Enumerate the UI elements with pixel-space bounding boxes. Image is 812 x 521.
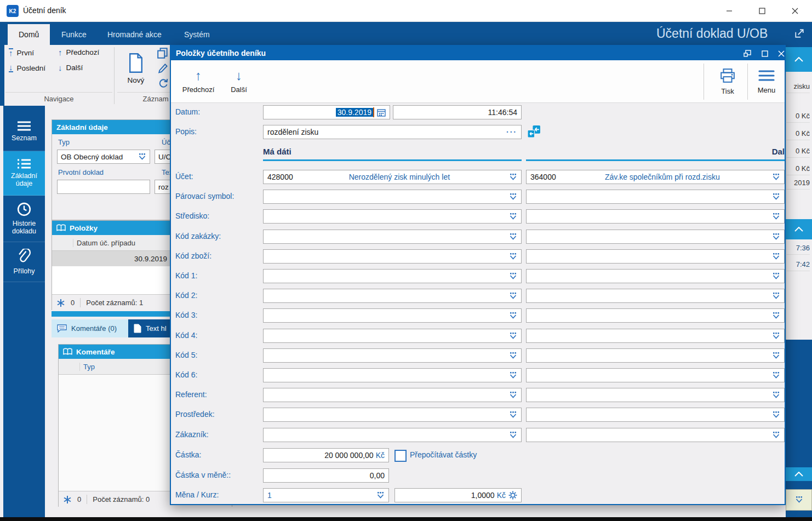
time-field[interactable]: 11:46:54	[393, 105, 522, 119]
date-field[interactable]: 30.9.2019	[263, 105, 390, 119]
sidebar-item-prilohy[interactable]: Přílohy	[3, 242, 45, 282]
castka-field[interactable]: 20 000 000,00 Kč	[263, 448, 389, 462]
mena-field[interactable]: 1	[263, 488, 389, 502]
lookup-icon[interactable]	[772, 193, 780, 201]
new-button[interactable]: Nový	[119, 47, 152, 90]
credit-field[interactable]	[526, 348, 785, 363]
dialog-restore-button[interactable]	[740, 48, 755, 59]
collapse-button[interactable]	[786, 467, 812, 481]
sidebar-item-seznam[interactable]: Seznam	[3, 112, 45, 151]
lookup-icon[interactable]	[772, 312, 780, 319]
gear-icon[interactable]	[508, 491, 517, 500]
lookup-icon[interactable]	[509, 293, 517, 300]
sidebar-item-historie-dokladu[interactable]: Historie dokladu	[3, 196, 45, 242]
debit-field[interactable]	[263, 190, 522, 204]
credit-field[interactable]	[526, 308, 785, 323]
lookup-icon[interactable]	[509, 253, 517, 260]
lookup-icon[interactable]	[138, 153, 146, 161]
debit-field[interactable]: 428000 Nerozdělený zisk minulých let	[263, 170, 522, 184]
close-button[interactable]	[782, 0, 808, 22]
open-external-icon[interactable]	[794, 28, 804, 41]
credit-field[interactable]	[526, 249, 785, 264]
credit-field[interactable]	[526, 269, 785, 283]
lookup-icon[interactable]	[509, 372, 517, 379]
prepocitavat-checkbox[interactable]	[394, 450, 407, 462]
maximize-button[interactable]	[750, 0, 775, 22]
minimize-button[interactable]	[717, 0, 742, 22]
debit-field[interactable]	[263, 329, 522, 343]
lookup-icon[interactable]	[772, 372, 780, 379]
debit-field[interactable]	[263, 209, 522, 224]
copy-button[interactable]	[157, 47, 169, 61]
menu-button[interactable]: Menu	[751, 65, 782, 99]
debit-field[interactable]	[263, 249, 522, 264]
lookup-icon[interactable]	[772, 293, 780, 300]
dialog-maximize-button[interactable]	[757, 48, 773, 59]
lookup-icon[interactable]	[509, 411, 517, 419]
last-button[interactable]: ↓ Poslední	[9, 64, 45, 72]
lookup-icon[interactable]	[509, 174, 517, 181]
lookup-icon[interactable]	[509, 392, 517, 399]
dialog-close-button[interactable]	[774, 48, 789, 59]
lookup-icon[interactable]	[772, 273, 780, 280]
credit-field[interactable]	[526, 209, 785, 224]
lookup-icon[interactable]	[795, 496, 803, 503]
debit-field[interactable]	[263, 289, 522, 303]
tab-domu[interactable]: Domů	[8, 24, 50, 45]
edit-button[interactable]	[158, 62, 169, 76]
credit-field[interactable]	[526, 408, 785, 422]
lookup-icon[interactable]	[772, 392, 780, 399]
tab-hromadne-akce[interactable]: Hromadné akce	[96, 24, 173, 45]
credit-field[interactable]	[526, 428, 785, 442]
lookup-icon[interactable]	[509, 432, 517, 439]
first-button[interactable]: ↑ První	[9, 48, 34, 57]
debit-field[interactable]	[263, 388, 522, 402]
castka-mena-field[interactable]: 0,00	[263, 468, 389, 483]
lookup-icon[interactable]	[509, 333, 517, 340]
lookup-icon[interactable]	[509, 273, 517, 280]
typ-field[interactable]: OB Obecný doklad	[57, 150, 150, 164]
lookup-icon[interactable]	[772, 174, 780, 181]
credit-field[interactable]: 364000 Záv.ke společníkům při rozd.zisku	[526, 170, 785, 184]
next-button[interactable]: ↓ Další	[58, 64, 83, 72]
dialog-previous-button[interactable]: ↑ Předchozí	[178, 65, 219, 99]
collapse-button[interactable]	[786, 47, 812, 72]
lookup-icon[interactable]	[509, 233, 517, 241]
lookup-icon[interactable]	[509, 352, 517, 359]
lookup-icon[interactable]	[509, 312, 517, 319]
credit-field[interactable]	[526, 388, 785, 402]
credit-field[interactable]	[526, 230, 785, 244]
debit-field[interactable]	[263, 348, 522, 363]
refresh-button[interactable]	[158, 78, 169, 91]
lookup-icon[interactable]	[509, 213, 517, 220]
lookup-icon[interactable]	[772, 352, 780, 359]
credit-field[interactable]	[526, 190, 785, 204]
debit-field[interactable]	[263, 428, 522, 442]
lookup-icon[interactable]	[772, 432, 780, 439]
dialog-next-button[interactable]: ↓ Další	[224, 65, 254, 99]
lookup-icon[interactable]	[772, 253, 780, 260]
print-button[interactable]: Tisk	[711, 65, 745, 99]
credit-field[interactable]	[526, 289, 785, 303]
popis-field[interactable]: rozdělení zisku ···	[263, 125, 522, 139]
lookup-icon[interactable]	[376, 492, 385, 499]
more-button[interactable]: ···	[506, 128, 517, 136]
debit-field[interactable]	[263, 269, 522, 283]
debit-field[interactable]	[263, 408, 522, 422]
credit-field[interactable]	[526, 329, 785, 343]
currency-field-partial[interactable]	[786, 489, 812, 511]
lookup-icon[interactable]	[772, 333, 780, 340]
previous-button[interactable]: ↑ Předchozí	[58, 48, 99, 56]
debit-field[interactable]	[263, 230, 522, 244]
collapse-button[interactable]	[786, 219, 812, 239]
lookup-icon[interactable]	[772, 411, 780, 419]
tab-funkce[interactable]: Funkce	[50, 24, 98, 45]
transfer-text-button[interactable]	[527, 125, 541, 141]
sidebar-item-zakladni-udaje[interactable]: Základní údaje	[3, 151, 45, 196]
tab-system[interactable]: Systém	[173, 24, 221, 45]
lookup-icon[interactable]	[772, 233, 780, 241]
tab-komentare[interactable]: Komentáře (0)	[52, 319, 128, 337]
debit-field[interactable]	[263, 308, 522, 323]
prvotni-doklad-field[interactable]	[57, 180, 150, 194]
lookup-icon[interactable]	[772, 213, 780, 220]
